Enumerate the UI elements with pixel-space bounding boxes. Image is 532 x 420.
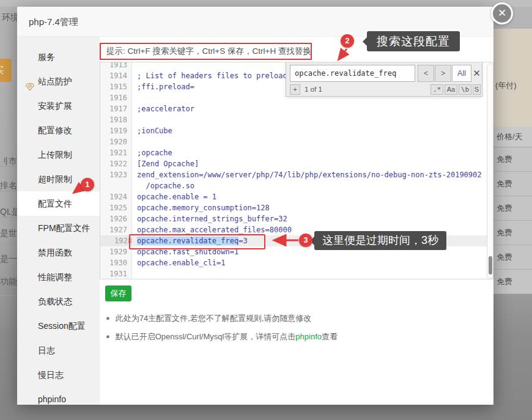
sidebar-item-label: 性能调整 <box>38 272 72 282</box>
sidebar-item-label: 配置文件 <box>38 199 72 208</box>
background-tab-fragment: 环境 <box>2 12 17 24</box>
editor-scrollbar-thumb[interactable] <box>489 256 492 274</box>
sidebar-item-7[interactable]: FPM配置文件 <box>17 216 100 240</box>
sidebar-item-label: 日志 <box>38 345 55 355</box>
note-extensions: ●默认已开启Openssl/Curl/Mysql等扩展，详情可点击phpinfo… <box>106 331 338 342</box>
background-table-cell: 免费 <box>493 172 532 196</box>
background-table-header: 价格/天 <box>493 127 532 147</box>
code-line[interactable]: zend_extension=/www/server/php/74/lib/ph… <box>132 169 493 180</box>
background-table-rows: 免费免费免费免费免费免费 <box>493 147 532 294</box>
sidebar: 服务站点防护安装扩展配置修改上传限制超时限制配置文件FPM配置文件禁用函数性能调… <box>17 37 100 405</box>
background-text-fragment: 是一 <box>0 254 17 265</box>
code-line[interactable]: opcache.enable_cli=1 <box>132 257 493 268</box>
line-number: 1930 <box>100 257 127 268</box>
sidebar-item-label: FPM配置文件 <box>38 223 91 233</box>
search-close-icon[interactable]: ✕ <box>471 65 482 82</box>
search-input[interactable] <box>290 65 415 82</box>
line-number: 1917 <box>100 103 127 114</box>
sidebar-item-label: phpinfo <box>38 394 66 404</box>
background-annual-label: (年付) <box>495 80 532 91</box>
background-table-cell: 免费 <box>493 147 532 172</box>
search-match-count: 1 of 1 <box>305 84 322 95</box>
sidebar-item-3[interactable]: 配置修改 <box>17 118 100 142</box>
bullet-icon: ● <box>106 314 110 322</box>
line-number: 1929 <box>100 246 127 257</box>
search-add-button[interactable]: + <box>290 84 300 95</box>
code-line[interactable]: [Zend Opcache] <box>132 158 493 169</box>
line-number: 1921 <box>100 147 127 158</box>
code-line[interactable] <box>132 114 493 125</box>
background-table-cell: 免费 <box>493 270 532 294</box>
code-line[interactable] <box>132 268 493 279</box>
code-line[interactable]: ;opcache <box>132 147 493 158</box>
line-number: 1928 <box>100 235 132 246</box>
search-regex-toggle[interactable]: .* <box>430 84 443 95</box>
code-line[interactable]: opcache.interned_strings_buffer=32 <box>132 213 493 224</box>
sidebar-item-12[interactable]: 日志 <box>17 338 100 363</box>
background-divider <box>0 243 17 244</box>
code-line[interactable]: ;eaccelerator <box>132 103 493 114</box>
sidebar-item-label: 禁用函数 <box>38 248 72 257</box>
background-top-strip <box>0 0 532 7</box>
line-number: 1914 <box>100 70 127 81</box>
sidebar-item-6[interactable]: 配置文件 <box>17 191 100 216</box>
background-divider <box>0 217 17 218</box>
dialog-title: php-7.4管理 <box>29 7 78 37</box>
sidebar-item-label: 上传限制 <box>38 150 72 160</box>
background-table-cell: 免费 <box>493 245 532 270</box>
search-case-toggle[interactable]: Aa <box>445 84 457 95</box>
sidebar-item-13[interactable]: 慢日志 <box>17 363 100 387</box>
background-amber-button-fragment: 买 <box>0 59 12 82</box>
sidebar-item-label: 超时限制 <box>38 174 72 184</box>
background-divider <box>0 191 17 191</box>
note-config-warning: ●此处为74主配置文件,若您不了解配置规则,请勿随意修改 <box>106 313 311 324</box>
step-badge-1: 1 <box>81 178 94 191</box>
page-root: 环境 买 刂市面排名第QL是一是世界是一功能的 (年付) 价格/天 免费免费免费… <box>0 0 532 420</box>
close-icon[interactable]: ✕ <box>491 2 513 24</box>
sidebar-item-label: 安装扩展 <box>38 101 72 111</box>
sidebar-item-2[interactable]: 安装扩展 <box>17 94 100 118</box>
line-number <box>100 180 127 191</box>
gem-icon <box>25 76 35 86</box>
background-divider <box>0 269 17 270</box>
background-text-fragment: 功能的 <box>0 276 17 287</box>
line-number: 1923 <box>100 169 127 180</box>
search-next-button[interactable]: > <box>435 65 451 82</box>
phpinfo-link[interactable]: phpinfo <box>295 332 322 341</box>
sidebar-item-0[interactable]: 服务 <box>17 45 100 69</box>
sidebar-item-9[interactable]: 性能调整 <box>17 265 100 289</box>
sidebar-item-4[interactable]: 上传限制 <box>17 142 100 167</box>
sidebar-item-10[interactable]: 负载状态 <box>17 289 100 314</box>
search-word-toggle[interactable]: \b <box>459 84 471 95</box>
editor-scrollbar-track[interactable] <box>487 63 493 279</box>
sidebar-item-1[interactable]: 站点防护 <box>17 69 100 94</box>
sidebar-item-label: 负载状态 <box>38 297 72 306</box>
search-selection-toggle[interactable]: S <box>473 84 481 95</box>
sidebar-item-label: 服务 <box>38 52 55 62</box>
line-number: 1925 <box>100 202 127 213</box>
line-number: 1926 <box>100 213 127 224</box>
sidebar-item-label: Session配置 <box>38 321 86 331</box>
line-number: 1927 <box>100 224 127 235</box>
line-number: 1916 <box>100 92 127 103</box>
sidebar-item-14[interactable]: phpinfo <box>17 387 100 411</box>
line-number-gutter: 1913191419151916191719181919192019211922… <box>100 62 132 279</box>
background-text-fragment: 刂市面 <box>0 156 17 167</box>
code-line[interactable]: opcache.enable = 1 <box>132 191 493 202</box>
background-text-fragment: 排名第 <box>0 180 17 191</box>
code-line[interactable]: opcache.memory_consumption=128 <box>132 202 493 213</box>
line-number: 1931 <box>100 268 127 279</box>
code-line[interactable]: /opcache.so <box>132 180 493 191</box>
main-content: 提示: Ctrl+F 搜索关键字，Ctrl+S 保存，Ctrl+H 查找替换! … <box>100 37 493 405</box>
search-prev-button[interactable]: < <box>418 65 434 82</box>
php-manage-dialog: php-7.4管理 服务站点防护安装扩展配置修改上传限制超时限制配置文件FPM配… <box>17 7 493 405</box>
highlight-red-box <box>129 234 265 249</box>
sidebar-item-11[interactable]: Session配置 <box>17 314 100 338</box>
save-button[interactable]: 保存 <box>105 286 131 301</box>
background-divider <box>0 166 17 167</box>
code-line[interactable] <box>132 136 493 147</box>
search-panel: < > All ✕ + 1 of 1 .* Aa \b S <box>286 62 482 97</box>
search-all-button[interactable]: All <box>452 65 471 82</box>
sidebar-item-8[interactable]: 禁用函数 <box>17 240 100 265</box>
code-line[interactable]: ;ionCube <box>132 125 493 136</box>
